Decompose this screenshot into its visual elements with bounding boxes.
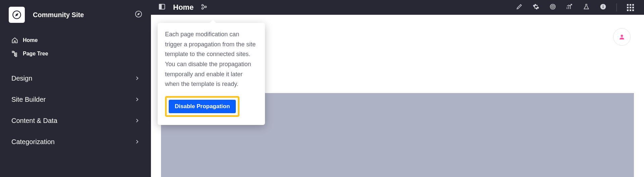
svg-rect-8 [159, 4, 161, 9]
house-icon [11, 37, 18, 44]
svg-point-14 [552, 6, 553, 7]
sidebar-item-design[interactable]: Design [0, 68, 151, 89]
settings-button[interactable] [533, 3, 539, 11]
sidebar-item-site-builder[interactable]: Site Builder [0, 89, 151, 110]
chevron-right-icon [135, 138, 140, 146]
tree-icon [11, 50, 18, 57]
sidebar-item-label: Home [23, 37, 38, 43]
page-name: Home [173, 3, 194, 12]
divider [616, 3, 617, 11]
sidebar-nav-collapsible: Design Site Builder Content & Data Categ… [0, 64, 151, 152]
experiments-button[interactable] [583, 3, 590, 11]
svg-rect-6 [15, 55, 17, 56]
chevron-right-icon [135, 117, 140, 125]
sidebar-item-label: Categorization [11, 138, 55, 146]
trend-icon [566, 3, 573, 10]
chevron-right-icon [135, 96, 140, 103]
sidebar-item-label: Content & Data [11, 117, 57, 125]
panel-icon [158, 3, 166, 10]
chevron-right-icon [135, 75, 140, 82]
pencil-icon [516, 3, 523, 10]
sidebar-item-label: Design [11, 75, 32, 82]
analytics-button[interactable] [566, 3, 573, 11]
sidebar-item-page-tree[interactable]: Page Tree [0, 47, 151, 60]
sidebar-item-categorization[interactable]: Categorization [0, 131, 151, 152]
topbar: Home [151, 0, 644, 15]
svg-point-17 [603, 5, 603, 6]
sidebar-header: Community Site [0, 7, 151, 30]
edit-button[interactable] [516, 3, 523, 11]
user-icon [619, 33, 625, 41]
svg-rect-4 [12, 51, 14, 53]
gear-icon [533, 3, 539, 10]
svg-rect-5 [15, 53, 17, 54]
info-icon [600, 3, 606, 10]
svg-rect-16 [603, 6, 603, 8]
apps-button[interactable] [627, 4, 634, 11]
sidebar: Community Site Home [0, 0, 151, 177]
svg-marker-1 [15, 13, 18, 16]
site-logo[interactable] [9, 7, 25, 23]
compass-icon [12, 10, 21, 19]
target-icon [549, 3, 556, 10]
target-button[interactable] [549, 3, 556, 11]
disable-propagation-button[interactable]: Disable Propagation [169, 100, 236, 113]
sidebar-item-content-data[interactable]: Content & Data [0, 110, 151, 131]
user-avatar[interactable] [613, 28, 631, 46]
propagation-icon [201, 4, 207, 10]
site-title: Community Site [33, 11, 135, 19]
svg-marker-3 [137, 13, 140, 15]
popover-button-highlight: Disable Propagation [165, 96, 239, 117]
sidebar-item-home[interactable]: Home [0, 34, 151, 47]
sidebar-nav-primary: Home Page Tree [0, 30, 151, 64]
topbar-actions [516, 3, 634, 11]
panel-toggle-button[interactable] [158, 3, 166, 12]
popover-text: Each page modification can trigger a pro… [165, 30, 258, 89]
info-button[interactable] [600, 3, 606, 11]
compass-button[interactable] [135, 10, 142, 19]
compass-icon [135, 10, 142, 18]
sidebar-item-label: Page Tree [23, 51, 48, 57]
sidebar-item-label: Site Builder [11, 96, 46, 103]
propagation-button[interactable] [201, 4, 207, 11]
propagation-popover: Each page modification can trigger a pro… [158, 23, 265, 125]
flask-icon [583, 3, 590, 10]
